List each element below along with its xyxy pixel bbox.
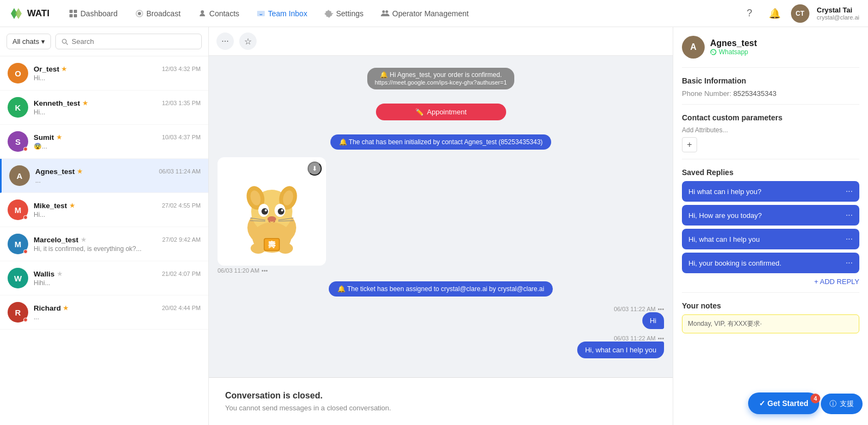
top-navigation: WATI Dashboard Broadcast Contacts Team I… xyxy=(0,0,868,27)
reply-options-icon[interactable]: ··· xyxy=(846,258,853,268)
sticker-time: 06/03 11:20 AM ••• xyxy=(218,267,268,274)
user-info: Crystal Tai crystal@clare.ai xyxy=(817,6,859,21)
closed-title: Conversation is closed. xyxy=(225,391,656,401)
reply-options-icon[interactable]: ··· xyxy=(846,210,853,220)
chat-preview: Hi... xyxy=(34,108,201,116)
outgoing-hi-bubble: Hi xyxy=(642,312,664,329)
chat-messages: 🔔 Hi Agnes_test, your order is confirmed… xyxy=(209,56,673,377)
appointment-button[interactable]: ✏️ Appointment xyxy=(376,104,506,120)
add-attribute-button[interactable]: + xyxy=(682,137,697,152)
chat-init-message: 🔔 The chat has been initialized by conta… xyxy=(330,134,552,150)
divider-3 xyxy=(682,159,859,159)
brand-logo: WATI xyxy=(9,6,49,21)
more-options-button[interactable]: ··· xyxy=(216,33,234,50)
nav-dashboard[interactable]: Dashboard xyxy=(62,6,124,21)
chat-list-item-wallis[interactable]: W Wallis ★ 21/02 4:07 PM Hihi... xyxy=(0,261,208,295)
reply-text: Hi, your booking is confirmed. xyxy=(688,259,781,267)
saved-replies-title: Saved Replies xyxy=(682,168,859,177)
chat-header: ··· ☆ xyxy=(209,27,673,56)
chat-avatar: R xyxy=(8,302,28,323)
saved-reply-2[interactable]: Hi, what can I help you ··· xyxy=(682,229,859,249)
nav-settings[interactable]: Settings xyxy=(318,6,370,21)
chat-info: Sumit ★ 10/03 4:37 PM 😨... xyxy=(34,133,201,150)
search-input[interactable] xyxy=(72,37,196,46)
chat-list-item-kenneth-test[interactable]: K Kenneth_test ★ 12/03 1:35 PM Hi... xyxy=(0,91,208,125)
star-icon: ★ xyxy=(69,202,75,209)
saved-reply-1[interactable]: Hi, How are you today? ··· xyxy=(682,205,859,226)
chat-preview: Hihi... xyxy=(34,279,201,287)
chat-list-item-sumit[interactable]: S Sumit ★ 10/03 4:37 PM 😨... xyxy=(0,125,208,159)
add-attributes-label: Add Attributes... xyxy=(682,126,859,134)
chat-name: Or_test ★ xyxy=(34,65,67,73)
star-chat-button[interactable]: ☆ xyxy=(239,33,257,50)
notifications-button[interactable]: 🔔 xyxy=(766,5,783,22)
chat-time: 12/03 4:32 PM xyxy=(162,66,201,72)
support-button[interactable]: ⓘ 支援 xyxy=(821,394,863,414)
chat-info: Mike_test ★ 27/02 4:55 PM Hi... xyxy=(34,202,201,218)
chat-info: Or_test ★ 12/03 4:32 PM Hi... xyxy=(34,65,201,82)
chat-time: 20/02 4:44 PM xyxy=(162,305,201,311)
get-started-button[interactable]: ✓ Get Started 4 xyxy=(748,392,819,414)
star-icon: ★ xyxy=(82,100,88,107)
help-button[interactable]: ? xyxy=(741,5,758,22)
saved-reply-3[interactable]: Hi, your booking is confirmed. ··· xyxy=(682,253,859,273)
reply-options-icon[interactable]: ··· xyxy=(846,234,853,244)
chat-list-item-agnes-test[interactable]: A Agnes_test ★ 06/03 11:24 AM ... xyxy=(0,159,208,193)
chat-info: Marcelo_test ★ 27/02 9:42 AM Hi, it is c… xyxy=(34,236,201,253)
saved-reply-0[interactable]: Hi what can i help you? ··· xyxy=(682,181,859,202)
notes-title: Your notes xyxy=(682,301,859,310)
chat-time: 27/02 4:55 PM xyxy=(162,202,201,209)
whatsapp-icon xyxy=(710,49,717,55)
svg-rect-0 xyxy=(69,10,73,13)
chat-list-item-marcelo-test[interactable]: M Marcelo_test ★ 27/02 9:42 AM Hi, it is… xyxy=(0,227,208,261)
chat-name: Sumit ★ xyxy=(34,133,62,141)
search-box[interactable] xyxy=(55,34,202,49)
svg-point-18 xyxy=(265,209,267,211)
nav-team-inbox[interactable]: Team Inbox xyxy=(250,6,314,21)
chat-avatar: K xyxy=(8,97,28,118)
meet-link: https://meet.google.com/ips-kcey-ghx?aut… xyxy=(375,79,507,86)
outgoing-help-message: 06/03 11:22 AM ••• Hi, what can I help y… xyxy=(218,333,664,358)
nav-contacts[interactable]: Contacts xyxy=(192,6,246,21)
nav-broadcast[interactable]: Broadcast xyxy=(129,6,187,21)
closed-subtitle: You cannot send messages in a closed con… xyxy=(225,404,656,412)
right-panel: A Agnes_test Whatsapp Basic Information … xyxy=(673,27,868,425)
unread-dot xyxy=(23,147,28,151)
chat-list-item-richard[interactable]: R Richard ★ 20/02 4:44 PM ... xyxy=(0,295,208,330)
nav-operator-mgmt[interactable]: Operator Management xyxy=(374,6,475,21)
add-reply-button[interactable]: + ADD REPLY xyxy=(682,278,859,286)
chat-time: 10/03 4:37 PM xyxy=(162,134,201,140)
chat-name: Agnes_test ★ xyxy=(35,168,82,176)
outgoing-hi-message: 06/03 11:22 AM ••• Hi xyxy=(218,304,664,329)
sticker-image: 壽 xyxy=(228,168,315,255)
phone-number-row: Phone Number: 85253435343 xyxy=(682,89,859,98)
chat-list-item-or-test[interactable]: O Or_test ★ 12/03 4:32 PM Hi... xyxy=(0,56,208,91)
ticket-assigned-message: 🔔 The ticket has been assigned to crysta… xyxy=(329,281,553,297)
note-content: Monday, VIP, 有XXX要求· xyxy=(682,314,859,333)
chat-name: Kenneth_test ★ xyxy=(34,99,88,107)
reply-text: Hi, what can I help you xyxy=(688,235,760,243)
outgoing-help-bubble: Hi, what can I help you xyxy=(577,342,664,358)
chat-info: Agnes_test ★ 06/03 11:24 AM ... xyxy=(35,168,201,184)
reply-options-icon[interactable]: ··· xyxy=(846,186,853,196)
svg-point-20 xyxy=(267,216,276,222)
left-panel: All chats ▾ O Or_test ★ 12/03 4:32 PM Hi… xyxy=(0,27,209,425)
divider-1 xyxy=(682,67,859,68)
chat-time: 12/03 1:35 PM xyxy=(162,100,201,106)
svg-line-7 xyxy=(66,43,68,44)
init-message-text: 🔔 The chat has been initialized by conta… xyxy=(339,138,543,146)
star-icon: ★ xyxy=(61,66,67,73)
chat-preview: Hi... xyxy=(34,74,201,82)
star-icon: ★ xyxy=(56,134,62,141)
chevron-down-icon: ▾ xyxy=(41,37,45,46)
download-sticker-button[interactable]: ⬇ xyxy=(308,162,322,176)
chat-list-item-mike-test[interactable]: M Mike_test ★ 27/02 4:55 PM Hi... xyxy=(0,193,208,227)
user-avatar[interactable]: CT xyxy=(791,4,809,23)
chat-name: Mike_test ★ xyxy=(34,202,75,210)
search-icon xyxy=(61,38,68,46)
svg-point-16 xyxy=(261,208,268,215)
chat-info: Wallis ★ 21/02 4:07 PM Hihi... xyxy=(34,270,201,287)
filter-dropdown[interactable]: All chats ▾ xyxy=(7,34,51,49)
conversation-closed-panel: Conversation is closed. You cannot send … xyxy=(209,377,673,425)
svg-point-6 xyxy=(62,39,66,43)
